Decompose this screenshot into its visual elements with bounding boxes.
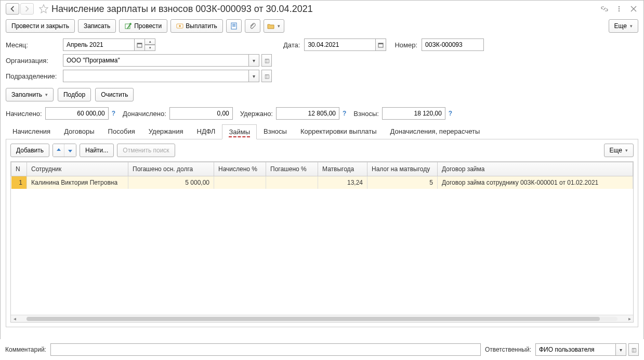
- calendar-icon[interactable]: [135, 38, 145, 51]
- tab-6[interactable]: Взносы: [257, 124, 294, 139]
- table-row[interactable]: 1Калинина Виктория Петровна5 000,0013,24…: [11, 176, 633, 189]
- window-title: Начисление зарплаты и взносов 00ЗК-00009…: [51, 4, 313, 15]
- favorite-star-icon[interactable]: [39, 4, 48, 14]
- cell[interactable]: [214, 176, 266, 189]
- svg-point-4: [129, 23, 132, 25]
- fill-button[interactable]: Заполнить▾: [6, 88, 54, 101]
- svg-rect-7: [231, 23, 236, 29]
- col-header[interactable]: N: [11, 162, 27, 176]
- withheld-label: Удержано:: [240, 110, 273, 118]
- contrib-value[interactable]: [382, 107, 445, 120]
- open-ref-icon[interactable]: ◫: [261, 70, 272, 82]
- svg-rect-11: [137, 43, 142, 47]
- tab-1[interactable]: Договоры: [57, 124, 101, 139]
- hint-icon[interactable]: ?: [449, 110, 452, 117]
- tab-8[interactable]: Доначисления, перерасчеты: [384, 124, 487, 139]
- pay-button[interactable]: Выплатить: [170, 19, 223, 33]
- svg-rect-13: [378, 43, 383, 47]
- responsible-input[interactable]: [535, 343, 616, 356]
- scroll-right-icon[interactable]: ▸: [626, 316, 633, 322]
- close-icon[interactable]: [629, 4, 638, 14]
- col-header[interactable]: Начислено %: [214, 162, 266, 176]
- hint-icon[interactable]: ?: [112, 110, 115, 117]
- attach-button[interactable]: [245, 19, 260, 33]
- month-spin-up[interactable]: ▴: [145, 38, 155, 45]
- dept-input[interactable]: [63, 70, 249, 82]
- svg-rect-14: [378, 43, 383, 44]
- dropdown-icon[interactable]: ▾: [249, 54, 259, 67]
- cell[interactable]: 13,24: [318, 176, 367, 189]
- tab-2[interactable]: Пособия: [101, 124, 142, 139]
- additional-label: Доначислено:: [123, 110, 166, 118]
- dropdown-icon[interactable]: ▾: [249, 70, 259, 82]
- cell[interactable]: 5: [367, 176, 438, 189]
- number-label: Номер:: [395, 41, 417, 49]
- date-input[interactable]: [304, 38, 376, 51]
- col-header[interactable]: Погашено %: [266, 162, 318, 176]
- tab-7[interactable]: Корректировки выплаты: [294, 124, 384, 139]
- svg-point-0: [619, 6, 620, 7]
- org-label: Организация:: [6, 57, 59, 65]
- month-input[interactable]: [63, 38, 135, 51]
- scroll-left-icon[interactable]: ◂: [11, 316, 18, 322]
- horizontal-scrollbar[interactable]: ◂ ▸: [11, 315, 633, 322]
- open-ref-icon[interactable]: ◫: [628, 343, 639, 356]
- cell[interactable]: Договор займа сотруднику 00ЗК-000001 от …: [438, 176, 633, 189]
- accrued-label: Начислено:: [6, 110, 42, 118]
- write-button[interactable]: Записать: [78, 19, 116, 33]
- cell[interactable]: Калинина Виктория Петровна: [27, 176, 128, 189]
- tab-5[interactable]: Займы: [222, 124, 257, 139]
- col-header[interactable]: Погашено осн. долга: [128, 162, 214, 176]
- svg-point-1: [619, 8, 620, 9]
- clear-button[interactable]: Очистить: [95, 88, 134, 101]
- more-button-tab[interactable]: Еще▾: [604, 144, 634, 157]
- link-icon[interactable]: [600, 4, 609, 14]
- folder-button[interactable]: ▾: [264, 19, 284, 33]
- post-button[interactable]: Провести: [119, 19, 167, 33]
- nav-back-button[interactable]: [6, 3, 19, 15]
- month-spin-down[interactable]: ▾: [145, 45, 155, 51]
- cancel-find-button: Отменить поиск: [117, 144, 175, 157]
- add-row-button[interactable]: Добавить: [10, 144, 49, 157]
- open-ref-icon[interactable]: ◫: [261, 54, 272, 67]
- comment-input[interactable]: [50, 343, 481, 356]
- svg-rect-5: [177, 24, 183, 28]
- number-input[interactable]: [422, 38, 484, 51]
- col-header[interactable]: Налог на матвыгоду: [367, 162, 438, 176]
- accrued-value[interactable]: [45, 107, 109, 120]
- nav-forward-button[interactable]: [20, 3, 34, 15]
- withheld-value[interactable]: [276, 107, 339, 120]
- col-header[interactable]: Матвыгода: [318, 162, 367, 176]
- svg-rect-12: [137, 43, 142, 44]
- svg-point-2: [619, 10, 620, 11]
- pay-button-label: Выплатить: [186, 22, 217, 30]
- cell[interactable]: 5 000,00: [128, 176, 214, 189]
- pick-button[interactable]: Подбор: [58, 88, 91, 101]
- col-header[interactable]: Сотрудник: [27, 162, 128, 176]
- additional-value[interactable]: [169, 107, 233, 120]
- fill-label: Заполнить: [11, 91, 42, 98]
- col-header[interactable]: Договор займа: [438, 162, 633, 176]
- tab-3[interactable]: Удержания: [142, 124, 190, 139]
- report-button[interactable]: [226, 19, 242, 33]
- more-button-top[interactable]: Еще▾: [609, 19, 638, 33]
- dropdown-icon[interactable]: ▾: [616, 343, 626, 356]
- find-button[interactable]: Найти...: [80, 144, 114, 157]
- chevron-down-icon: ▾: [625, 148, 628, 153]
- hint-icon[interactable]: ?: [343, 110, 346, 117]
- post-and-close-button[interactable]: Провести и закрыть: [6, 19, 75, 33]
- tab-4[interactable]: НДФЛ: [190, 124, 222, 139]
- move-down-button[interactable]: [64, 144, 76, 157]
- contrib-label: Взносы:: [353, 110, 379, 118]
- dept-label: Подразделение:: [6, 72, 59, 80]
- calendar-icon[interactable]: [376, 38, 386, 51]
- cell[interactable]: [266, 176, 318, 189]
- cell[interactable]: 1: [11, 176, 27, 189]
- move-up-button[interactable]: [53, 144, 64, 157]
- more-label-tab: Еще: [610, 147, 622, 154]
- more-vertical-icon[interactable]: [614, 4, 624, 14]
- post-button-label: Провести: [134, 22, 162, 30]
- svg-rect-10: [232, 26, 235, 27]
- tab-0[interactable]: Начисления: [6, 124, 57, 139]
- org-input[interactable]: [63, 54, 249, 67]
